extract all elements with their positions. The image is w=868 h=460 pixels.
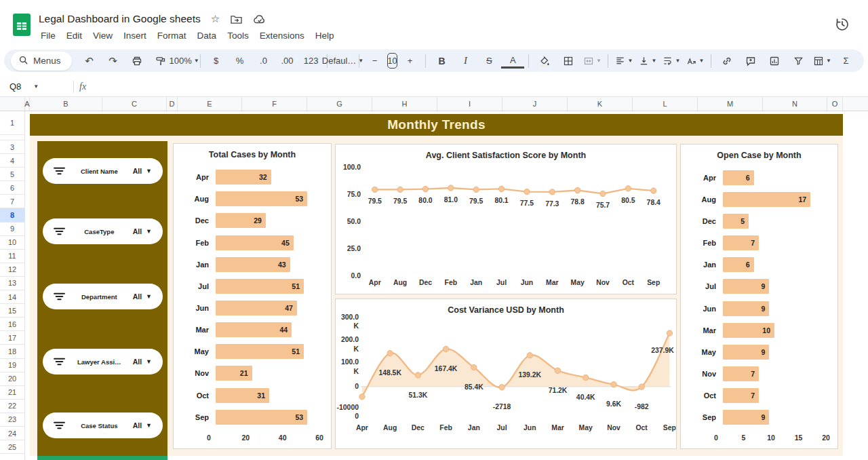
row-header-18[interactable]: 18	[0, 345, 24, 358]
horizontal-align-button[interactable]: ▼	[612, 52, 635, 70]
row-header-4[interactable]: 4	[0, 154, 24, 168]
column-header-O[interactable]: O	[827, 97, 843, 111]
row-header-21[interactable]: 21	[0, 386, 24, 400]
row-header-25[interactable]: 25	[0, 440, 24, 454]
functions-button[interactable]: Σ	[834, 52, 857, 70]
chart-cost-variance[interactable]: Cost Variance USD by Month 300.0K200.0K1…	[335, 299, 677, 449]
redo-button[interactable]: ↷	[102, 52, 125, 70]
decrease-font-size-button[interactable]: −	[363, 52, 387, 70]
column-header-E[interactable]: E	[178, 97, 242, 111]
column-header-J[interactable]: J	[502, 97, 568, 111]
paint-format-button[interactable]	[149, 52, 172, 70]
menus-search[interactable]: Menus	[11, 52, 72, 71]
table-button[interactable]: ▼	[810, 52, 833, 70]
column-header-F[interactable]: F	[242, 97, 307, 111]
menu-item-edit[interactable]: Edit	[61, 28, 87, 43]
column-header-L[interactable]: L	[633, 97, 698, 111]
row-header-3[interactable]: 3	[0, 140, 24, 154]
row-header-16[interactable]: 16	[0, 318, 24, 331]
bar-row-mar: Mar10	[681, 323, 837, 338]
bold-button[interactable]: B	[430, 52, 453, 70]
text-wrap-button[interactable]: ▼	[660, 52, 683, 70]
move-folder-icon[interactable]	[230, 14, 243, 24]
row-header-5[interactable]: 5	[0, 168, 24, 181]
menu-item-data[interactable]: Data	[192, 28, 222, 43]
column-header-I[interactable]: I	[437, 97, 502, 111]
column-header-M[interactable]: M	[698, 97, 763, 111]
row-header-23[interactable]: 23	[0, 413, 24, 427]
print-button[interactable]	[125, 52, 149, 70]
row-header-13[interactable]: 13	[0, 277, 24, 290]
column-header-D[interactable]: D	[167, 97, 178, 111]
chart-satisfaction[interactable]: Avg. Client Satisfaction Score by Month …	[335, 144, 677, 294]
menu-item-view[interactable]: View	[87, 28, 118, 43]
italic-button[interactable]: I	[454, 52, 477, 70]
row-header-19[interactable]: 19	[0, 359, 24, 372]
increase-decimals-button[interactable]: .00	[276, 52, 299, 70]
percent-format-button[interactable]: %	[229, 52, 252, 70]
font-select[interactable]: Defaul…▼	[332, 52, 355, 70]
insert-comment-button[interactable]	[739, 52, 762, 70]
row-header-6[interactable]: 6	[0, 181, 24, 195]
fill-color-button[interactable]	[533, 52, 556, 70]
column-header-H[interactable]: H	[372, 97, 437, 111]
insert-comment-icon	[745, 56, 756, 66]
column-header-C[interactable]: C	[102, 97, 167, 111]
column-header-N[interactable]: N	[763, 97, 827, 111]
strikethrough-button[interactable]: S	[477, 52, 500, 70]
decrease-decimals-button[interactable]: .0	[252, 52, 275, 70]
row-header-20[interactable]: 20	[0, 372, 24, 386]
select-all-corner[interactable]	[0, 97, 25, 111]
row-header-10[interactable]: 10	[0, 236, 24, 250]
menu-item-extensions[interactable]: Extensions	[254, 28, 310, 43]
version-history-icon[interactable]	[834, 16, 850, 33]
slicer-case-status[interactable]: Case StatusAll▼	[43, 413, 163, 438]
row-header-8[interactable]: 8	[0, 208, 24, 222]
text-rotation-button[interactable]: ▼	[684, 52, 707, 70]
insert-chart-button[interactable]	[763, 52, 786, 70]
row-header-22[interactable]: 22	[0, 400, 24, 413]
row-header-9[interactable]: 9	[0, 223, 24, 236]
row-header-1[interactable]: 1	[0, 111, 24, 135]
create-filter-button[interactable]	[787, 52, 810, 70]
zoom-select[interactable]: 100%▼	[173, 52, 196, 70]
slicer-lawyer-assi[interactable]: Lawyer Assi…All▼	[43, 349, 163, 375]
undo-button[interactable]: ↶	[78, 52, 101, 70]
insert-link-button[interactable]	[715, 52, 738, 70]
menu-item-tools[interactable]: Tools	[222, 28, 254, 43]
text-color-button[interactable]: A	[501, 54, 524, 69]
vertical-align-button[interactable]: ▼	[636, 52, 659, 70]
chart-open-cases[interactable]: Open Case by Month Apr6Aug17Dec5Feb7Jan6…	[680, 144, 838, 449]
increase-font-size-button[interactable]: +	[398, 52, 421, 70]
more-formats-button[interactable]: 123	[300, 52, 323, 70]
column-header-B[interactable]: B	[30, 97, 102, 111]
row-header-11[interactable]: 11	[0, 250, 24, 263]
row-header-15[interactable]: 15	[0, 304, 24, 318]
merge-cells-button[interactable]: ▼	[580, 52, 604, 70]
slicer-casetype[interactable]: CaseTypeAll▼	[43, 218, 163, 244]
row-header-12[interactable]: 12	[0, 263, 24, 277]
name-box[interactable]: Q8 ▼	[0, 81, 68, 92]
menu-item-help[interactable]: Help	[310, 28, 340, 43]
document-title[interactable]: Legal Dashboard in Google sheets	[39, 13, 201, 25]
column-header-G[interactable]: G	[307, 97, 372, 111]
row-header-2[interactable]	[0, 135, 24, 140]
menu-item-insert[interactable]: Insert	[118, 28, 152, 43]
bar-value: 21	[240, 369, 248, 377]
menu-item-file[interactable]: File	[35, 28, 61, 43]
column-header-K[interactable]: K	[568, 97, 633, 111]
slicer-client-name[interactable]: Client NameAll▼	[43, 158, 163, 184]
star-icon[interactable]: ☆	[211, 13, 220, 25]
row-header-24[interactable]: 24	[0, 427, 24, 440]
borders-button[interactable]	[557, 52, 580, 70]
row-header-14[interactable]: 14	[0, 290, 24, 304]
menu-item-format[interactable]: Format	[152, 28, 192, 43]
column-header-A[interactable]: A	[25, 97, 30, 111]
slicer-department[interactable]: DepartmentAll▼	[43, 284, 163, 309]
sheets-logo[interactable]	[13, 14, 31, 36]
currency-format-button[interactable]: $	[205, 52, 228, 70]
row-header-17[interactable]: 17	[0, 331, 24, 345]
chart-total-cases[interactable]: Total Cases by Month Apr32Aug53Dec29Feb4…	[173, 143, 332, 449]
row-header-7[interactable]: 7	[0, 195, 24, 208]
font-size-input[interactable]: 10	[387, 53, 398, 69]
